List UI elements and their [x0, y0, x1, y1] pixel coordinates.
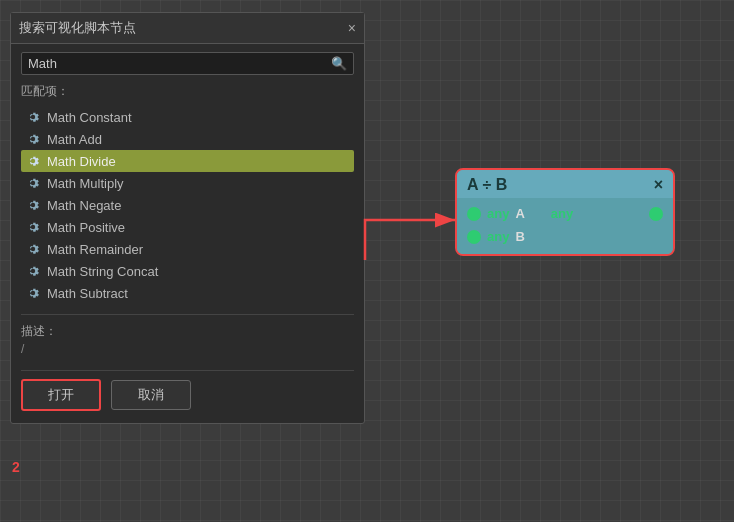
description-label: 描述： — [21, 324, 57, 338]
node-type-a-left: any — [487, 206, 509, 221]
list-item-label: Math Negate — [47, 198, 121, 213]
gear-icon — [25, 131, 41, 147]
gear-icon — [25, 175, 41, 191]
node-preview-card: A ÷ B × any A any any B — [455, 168, 675, 256]
description-text: / — [21, 342, 354, 356]
search-icon: 🔍 — [331, 56, 347, 71]
list-item-label: Math Divide — [47, 154, 116, 169]
list-item-label: Math Constant — [47, 110, 132, 125]
list-item[interactable]: Math Remainder — [21, 238, 354, 260]
node-row-b: any B — [467, 229, 663, 244]
search-row: 🔍 — [21, 52, 354, 75]
input-dot-b — [467, 230, 481, 244]
list-item-label: Math Multiply — [47, 176, 124, 191]
list-item[interactable]: Math Positive — [21, 216, 354, 238]
list-item-label: Math Positive — [47, 220, 125, 235]
gear-icon — [25, 197, 41, 213]
open-button[interactable]: 打开 — [21, 379, 101, 411]
list-item[interactable]: Math String Concat — [21, 260, 354, 282]
step-2-label: 2 — [12, 459, 20, 475]
description-section: 描述： / — [21, 314, 354, 356]
list-item-label: Math String Concat — [47, 264, 158, 279]
input-dot-a — [467, 207, 481, 221]
node-type-b: any — [487, 229, 509, 244]
section-label: 匹配项： — [21, 83, 354, 100]
node-type-a-right: any — [551, 206, 573, 221]
cancel-button[interactable]: 取消 — [111, 380, 191, 410]
dialog-title: 搜索可视化脚本节点 — [19, 19, 136, 37]
search-dialog: 搜索可视化脚本节点 × 🔍 匹配项： Math Constant Math Ad… — [10, 12, 365, 424]
dialog-body: 🔍 匹配项： Math Constant Math Add — [11, 44, 364, 423]
gear-icon — [25, 263, 41, 279]
list-item-math-divide[interactable]: Math Divide — [21, 150, 354, 172]
gear-icon — [25, 109, 41, 125]
node-label-b: B — [515, 229, 524, 244]
list-item[interactable]: Math Constant — [21, 106, 354, 128]
dialog-titlebar: 搜索可视化脚本节点 × — [11, 13, 364, 44]
gear-icon — [25, 241, 41, 257]
node-row-a: any A any — [467, 206, 663, 221]
gear-icon — [25, 219, 41, 235]
list-item-label: Math Remainder — [47, 242, 143, 257]
gear-icon — [25, 285, 41, 301]
list-item[interactable]: Math Negate — [21, 194, 354, 216]
gear-icon — [25, 153, 41, 169]
output-dot-a — [649, 207, 663, 221]
node-body: any A any any B — [457, 198, 673, 254]
node-close-button[interactable]: × — [654, 176, 663, 194]
node-title: A ÷ B — [467, 176, 507, 194]
node-header: A ÷ B × — [457, 170, 673, 198]
node-label-a: A — [515, 206, 524, 221]
search-input[interactable] — [28, 56, 331, 71]
list-item-label: Math Add — [47, 132, 102, 147]
list-item-label: Math Subtract — [47, 286, 128, 301]
list-item-math-subtract[interactable]: Math Subtract — [21, 282, 354, 304]
list-item[interactable]: Math Multiply — [21, 172, 354, 194]
buttons-row: 打开 取消 — [21, 370, 354, 415]
results-list: Math Constant Math Add Math Divide Math … — [21, 106, 354, 304]
list-item[interactable]: Math Add — [21, 128, 354, 150]
dialog-close-button[interactable]: × — [348, 21, 356, 35]
